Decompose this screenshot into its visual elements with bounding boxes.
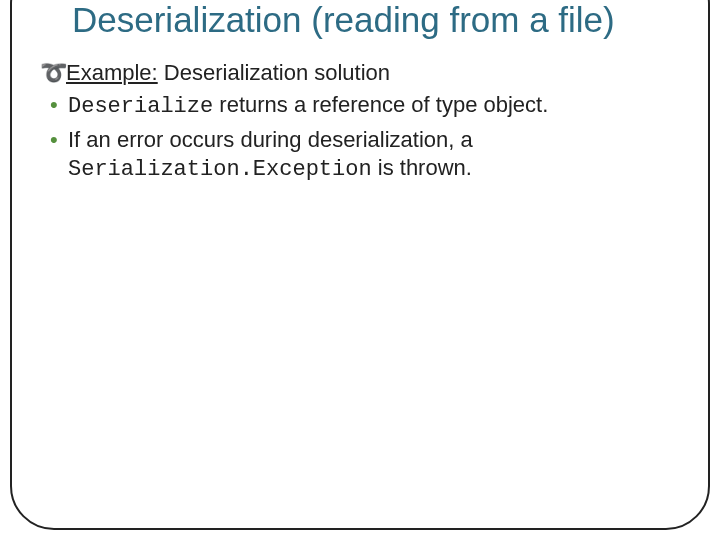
list-item-text: If an error occurs during deserializatio… bbox=[68, 126, 676, 184]
swirl-bullet-icon: ➰ bbox=[40, 59, 66, 87]
example-line: ➰ Example: Deserialization solution bbox=[40, 59, 676, 87]
code-text: Serialization.Exception bbox=[68, 157, 372, 182]
dot-bullet-icon: • bbox=[50, 126, 68, 154]
slide-body: ➰ Example: Deserialization solution • De… bbox=[28, 59, 692, 184]
item-post: is thrown. bbox=[372, 155, 472, 180]
item-rest: returns a reference of type object. bbox=[213, 92, 548, 117]
slide: Deserialization (reading from a file) ➰ … bbox=[0, 0, 720, 540]
list-item: • If an error occurs during deserializat… bbox=[40, 126, 676, 184]
item-pre: If an error occurs during deserializatio… bbox=[68, 127, 473, 152]
code-text: Deserialize bbox=[68, 94, 213, 119]
example-rest: Deserialization solution bbox=[158, 60, 390, 85]
list-item-text: Deserialize returns a reference of type … bbox=[68, 91, 548, 121]
dot-bullet-icon: • bbox=[50, 91, 68, 119]
example-text: Example: Deserialization solution bbox=[66, 59, 390, 87]
example-label: Example: bbox=[66, 60, 158, 85]
list-item: • Deserialize returns a reference of typ… bbox=[40, 91, 676, 121]
slide-title: Deserialization (reading from a file) bbox=[28, 0, 692, 39]
